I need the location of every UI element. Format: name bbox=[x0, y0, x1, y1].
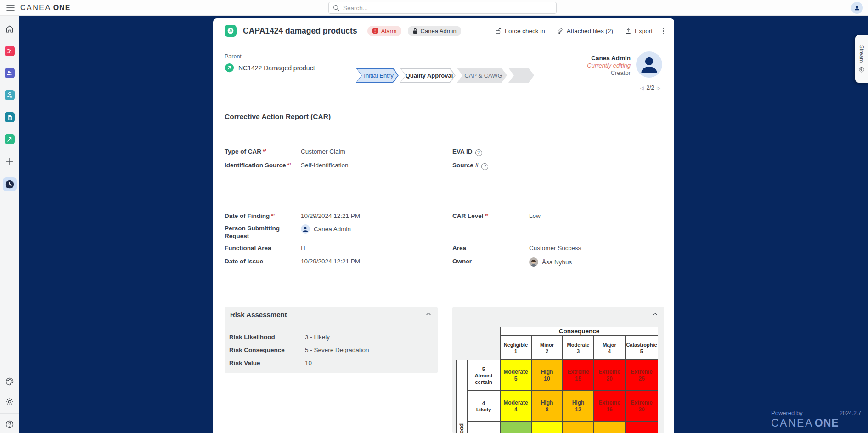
matrix-cell: Moderate4 bbox=[500, 391, 531, 422]
force-check-in-button[interactable]: Force check in bbox=[495, 28, 545, 34]
matrix-row-header: 5Almost certain bbox=[467, 360, 500, 391]
matrix-cell: Extreme16 bbox=[594, 391, 625, 422]
matrix-cell-text: Moderate bbox=[503, 369, 528, 376]
improvement-app-icon[interactable] bbox=[5, 134, 15, 144]
matrix-col-num: 1 bbox=[514, 348, 517, 354]
field-label-text: Type of CAR bbox=[225, 148, 261, 155]
field-row: Risk Consequence5 - Severe Degradation bbox=[229, 346, 369, 359]
workflow-step-label: Quailty Approval bbox=[403, 72, 453, 79]
recent-activity-item[interactable] bbox=[3, 177, 17, 191]
field-row: OwnerÅsa Nyhus bbox=[452, 257, 581, 270]
workflow-step[interactable]: Quailty Approval bbox=[400, 68, 456, 83]
workflow-step[interactable]: Initial Entry bbox=[356, 68, 399, 83]
documents-app-icon[interactable] bbox=[5, 112, 15, 122]
collapse-chevron-icon[interactable] bbox=[651, 310, 659, 319]
more-actions-button[interactable] bbox=[663, 28, 664, 34]
field-label: Risk Value bbox=[229, 359, 305, 367]
pager-prev-icon[interactable]: ◁ bbox=[640, 85, 644, 91]
news-feed-app-icon[interactable] bbox=[5, 46, 15, 56]
collapse-chevron-icon[interactable] bbox=[425, 310, 432, 319]
workflow-step-fill: Quailty Approval bbox=[401, 69, 455, 82]
parent-label: Parent bbox=[225, 53, 242, 60]
top-bar: CANEAONE bbox=[0, 0, 868, 16]
field-row: Functional AreaIT bbox=[225, 244, 360, 257]
fields-left-top: Type of CAR*’Customer ClaimIdentificatio… bbox=[225, 148, 349, 175]
matrix-cell-text: Extreme bbox=[631, 369, 652, 376]
field-row: Risk Value10 bbox=[229, 359, 369, 372]
field-value: Canea Admin bbox=[301, 224, 351, 234]
field-label: Date of Issue bbox=[225, 257, 301, 265]
attached-files-button[interactable]: Attached files (2) bbox=[557, 28, 613, 34]
version-label: 2024.2.7 bbox=[840, 410, 861, 416]
matrix-cell: Extreme20 bbox=[625, 391, 658, 422]
field-help-icon[interactable]: ? bbox=[481, 163, 488, 170]
field-label: Date of Finding*’ bbox=[225, 212, 301, 220]
export-icon bbox=[625, 28, 631, 34]
field-row: Source #? bbox=[452, 161, 529, 175]
matrix-likelihood-axis: Likelihood bbox=[456, 360, 467, 433]
workflow-step[interactable]: CAP & CAWG bbox=[457, 68, 507, 83]
help-icon[interactable] bbox=[5, 419, 15, 429]
pager-count: 2/2 bbox=[647, 85, 654, 91]
theme-palette-icon[interactable] bbox=[5, 376, 15, 387]
export-button[interactable]: Export bbox=[625, 28, 653, 34]
matrix-cell: High8 bbox=[531, 391, 563, 422]
matrix-cell-value: 25 bbox=[638, 376, 644, 382]
field-help-icon[interactable]: ? bbox=[475, 149, 482, 156]
field-value: Self-Identification bbox=[301, 161, 349, 169]
matrix-cell-text: Moderate bbox=[503, 399, 528, 406]
matrix-cell-text: High bbox=[541, 399, 553, 406]
required-mark: *’ bbox=[263, 148, 266, 155]
page-title: CAPA1424 damaged products bbox=[243, 26, 357, 36]
global-search[interactable] bbox=[328, 2, 557, 14]
nc-record-icon bbox=[225, 63, 234, 73]
unlock-icon bbox=[495, 28, 502, 34]
add-app-icon[interactable] bbox=[5, 156, 15, 166]
settings-gear-icon[interactable] bbox=[5, 397, 15, 407]
search-input[interactable] bbox=[343, 5, 552, 11]
field-label-text: Identification Source bbox=[225, 162, 286, 169]
locked-by-badge: Canea Admin bbox=[408, 26, 461, 36]
field-label: Functional Area bbox=[225, 244, 301, 252]
field-value: 3 - Likely bbox=[305, 333, 330, 341]
pager-next-icon[interactable]: ▷ bbox=[657, 85, 660, 91]
home-icon[interactable] bbox=[5, 24, 15, 34]
field-value-text: Low bbox=[529, 212, 541, 220]
people-app-icon[interactable] bbox=[5, 68, 15, 78]
alarm-icon: ! bbox=[372, 28, 378, 34]
workflow-step[interactable] bbox=[508, 68, 534, 83]
record-card: CAPA1424 damaged products ! Alarm Canea … bbox=[213, 18, 674, 433]
parent-record-link[interactable]: NC1422 Damaged product bbox=[225, 63, 315, 73]
matrix-col-label: Minor bbox=[540, 342, 554, 348]
user-avatar[interactable] bbox=[851, 2, 863, 14]
record-header: CAPA1424 damaged products ! Alarm Canea … bbox=[225, 22, 664, 40]
field-label-text: Area bbox=[452, 245, 466, 251]
field-value-text: Customer Claim bbox=[301, 148, 345, 155]
matrix-col-num: 2 bbox=[546, 348, 548, 354]
matrix-cell-text: High bbox=[572, 399, 585, 406]
footer-brand-logo: CANEAONE bbox=[771, 417, 861, 429]
matrix-cell-value: 4 bbox=[514, 406, 518, 413]
editing-user-name: Canea Admin bbox=[587, 55, 631, 62]
process-app-icon[interactable] bbox=[5, 90, 15, 100]
matrix-cell: High bbox=[594, 422, 625, 433]
matrix-cell-text: Extreme bbox=[598, 399, 620, 406]
matrix-cell-value: 20 bbox=[606, 376, 612, 382]
matrix-cell-text: High bbox=[541, 369, 553, 376]
brand-logo[interactable]: CANEAONE bbox=[20, 4, 70, 12]
field-row: AreaCustomer Success bbox=[452, 244, 581, 257]
matrix-cell-text: Extreme bbox=[567, 369, 589, 376]
editing-user-panel: Canea Admin Currently editing Creator bbox=[587, 51, 662, 78]
hamburger-menu-icon[interactable] bbox=[5, 2, 17, 14]
workflow-step-fill: CAP & CAWG bbox=[458, 69, 506, 82]
stream-side-tab[interactable]: Stream bbox=[855, 35, 868, 83]
field-value-text: Canea Admin bbox=[314, 225, 351, 233]
field-value: Åsa Nyhus bbox=[529, 257, 572, 267]
fields-right-top: EVA ID?Source #? bbox=[452, 148, 529, 175]
matrix-col-header: Negligible1 bbox=[500, 336, 531, 360]
editing-user-avatar[interactable] bbox=[636, 51, 662, 78]
field-row: CAR Level*’Low bbox=[452, 212, 581, 224]
matrix-row-label: Likely bbox=[476, 406, 491, 413]
editor-pager: ◁ 2/2 ▷ bbox=[640, 85, 660, 91]
field-row: Person Submitting RequestCanea Admin bbox=[225, 224, 360, 244]
